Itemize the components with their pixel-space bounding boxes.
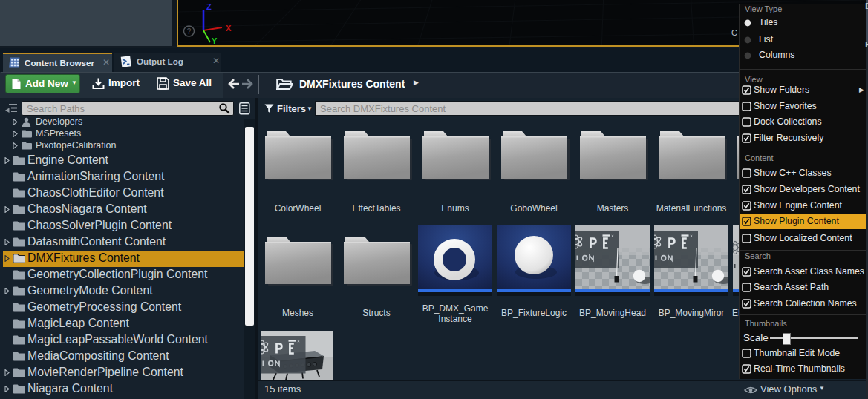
svg-text:?: ? [187, 27, 192, 36]
svg-text:X: X [226, 24, 232, 33]
svg-text:Z: Z [206, 2, 212, 11]
svg-text:Y: Y [212, 36, 218, 45]
